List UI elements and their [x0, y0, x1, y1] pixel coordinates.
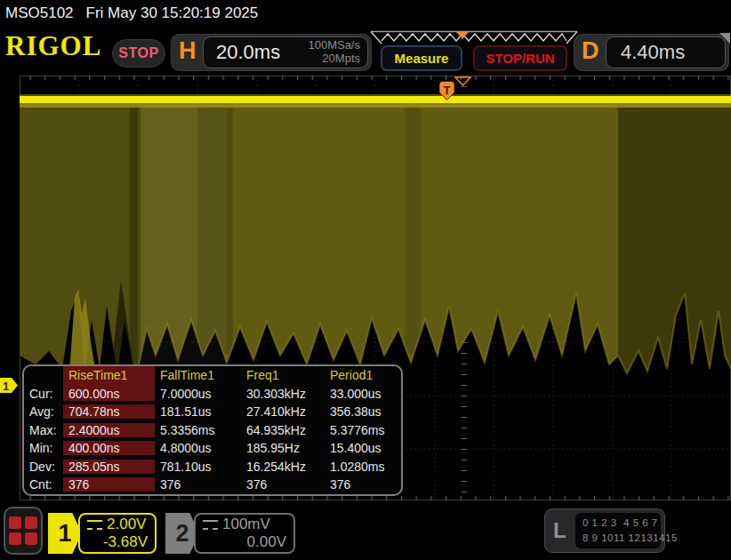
- channel-1-trace: [20, 94, 731, 108]
- table-corner: [24, 364, 63, 387]
- meas-value: 4.8000us: [155, 441, 241, 455]
- waveform-persistence: [20, 105, 731, 378]
- measure-button[interactable]: Measure: [381, 45, 462, 71]
- meas-value: 704.78ns: [63, 404, 155, 419]
- meas-value: 356.38us: [325, 404, 401, 419]
- delay-display: 4.40ms: [606, 36, 726, 68]
- logic-channel-list: 0 1 2 3 4 5 6 7 8 9 1011 12131415: [575, 513, 661, 548]
- memory-depth: 20Mpts: [308, 52, 360, 66]
- measurement-table: RiseTime1 FallTime1 Freq1 Period1 Cur: 6…: [22, 364, 403, 496]
- meas-value: 2.4000us: [63, 423, 155, 437]
- run-state-badge: STOP: [112, 39, 165, 68]
- channel-1-level-marker[interactable]: 1: [0, 378, 18, 393]
- app-grid-button[interactable]: [4, 507, 43, 555]
- app-grid-icon: [9, 516, 37, 545]
- meas-value: 5.3776ms: [325, 423, 401, 437]
- horizontal-timebase-panel[interactable]: H 20.0ms 100MSa/s 20Mpts: [171, 34, 372, 71]
- row-label: Max:: [24, 423, 63, 437]
- dc-coupling-icon: [87, 520, 102, 530]
- channel-1-panel[interactable]: 2.00V -3.68V: [78, 513, 157, 554]
- meas-value: 15.400us: [325, 441, 401, 455]
- meas-value: 7.0000us: [155, 387, 241, 401]
- meas-value: 27.410kHz: [241, 404, 325, 419]
- channel-1-badge[interactable]: 1: [48, 513, 82, 554]
- meas-value: 181.51us: [155, 404, 241, 419]
- meas-value: 376: [155, 477, 241, 492]
- oscilloscope-screen: MSO5102 Fri May 30 15:20:19 2025 RIGOL S…: [0, 0, 731, 560]
- meas-value: 16.254kHz: [241, 460, 325, 474]
- horizontal-label: H: [179, 37, 197, 65]
- channel-1-marker-label: 1: [3, 380, 9, 393]
- column-header: RiseTime1: [63, 364, 155, 387]
- logic-channels-panel[interactable]: L 0 1 2 3 4 5 6 7 8 9 1011 12131415: [544, 508, 665, 553]
- row-label: Dev:: [24, 460, 63, 474]
- channel-1-offset: -3.68V: [87, 533, 148, 551]
- row-label: Cnt:: [24, 477, 63, 492]
- meas-value: 600.00ns: [63, 387, 155, 401]
- meas-value: 376: [63, 477, 155, 492]
- channel-2-offset: 0.00V: [203, 533, 286, 551]
- channel-2-panel[interactable]: 100mV 0.00V: [194, 513, 295, 554]
- meas-value: 33.000us: [325, 387, 401, 401]
- waveform-display: T 1 RiseTime1 FallTime1 Freq1 Period1 Cu…: [0, 76, 731, 502]
- channel-1-scale: 2.00V: [107, 516, 146, 533]
- meas-value: 1.0280ms: [325, 460, 401, 474]
- model-name: MSO5102: [5, 4, 74, 22]
- status-bar: MSO5102 Fri May 30 15:20:19 2025: [0, 0, 731, 27]
- channel-2-scale: 100mV: [222, 516, 270, 533]
- meas-value: 376: [241, 477, 325, 492]
- meas-value: 64.935kHz: [241, 423, 325, 437]
- rigol-logo: RIGOL: [5, 30, 101, 62]
- logic-label: L: [553, 518, 566, 543]
- datetime: Fri May 30 15:20:19 2025: [86, 4, 259, 22]
- sample-rate: 100MSa/s: [308, 39, 360, 52]
- meas-value: 5.3356ms: [155, 423, 241, 437]
- column-header: Period1: [325, 364, 401, 387]
- row-label: Cur:: [24, 387, 63, 401]
- delay-label: D: [582, 37, 599, 65]
- delay-value: 4.40ms: [621, 41, 685, 64]
- row-label: Min:: [24, 441, 63, 455]
- header-bar: RIGOL STOP H 20.0ms 100MSa/s 20Mpts Mea: [0, 27, 731, 76]
- stop-run-button[interactable]: STOP/RUN: [473, 45, 567, 71]
- row-label: Avg:: [24, 404, 63, 419]
- preview-zigzag: [369, 30, 578, 45]
- meas-value: 400.00ns: [63, 441, 155, 455]
- meas-value: 185.95Hz: [241, 441, 325, 455]
- meas-value: 285.05ns: [63, 460, 155, 474]
- column-header: FallTime1: [155, 364, 241, 387]
- trigger-delay-panel[interactable]: D 4.40ms: [574, 34, 729, 71]
- timebase-value: 20.0ms: [216, 41, 280, 64]
- column-header: Freq1: [241, 364, 325, 387]
- bottom-bar: 1 2.00V -3.68V 2 100mV 0.00V L 0 1 2 3 4…: [0, 502, 731, 560]
- meas-value: 30.303kHz: [241, 387, 325, 401]
- meas-value: 376: [325, 477, 401, 492]
- acquisition-info: 100MSa/s 20Mpts: [308, 39, 360, 66]
- timebase-display: 20.0ms 100MSa/s 20Mpts: [203, 36, 368, 68]
- logic-row-2: 8 9 1011 12131415: [582, 531, 661, 546]
- dc-coupling-icon: [203, 520, 218, 530]
- logic-row-1: 0 1 2 3 4 5 6 7: [582, 516, 661, 531]
- trigger-symbol: T: [444, 84, 451, 97]
- meas-value: 781.10us: [155, 460, 241, 474]
